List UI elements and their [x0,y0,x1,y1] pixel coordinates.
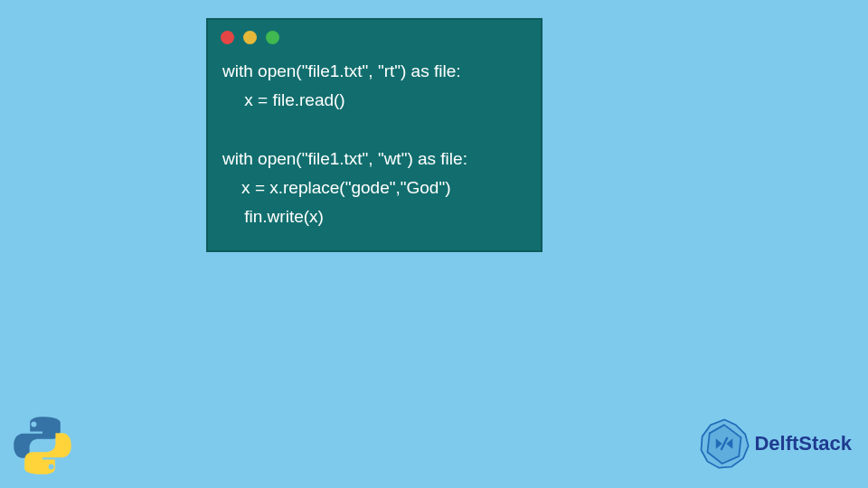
close-icon [221,31,234,44]
delftstack-logo: DelftStack [698,418,852,470]
delftstack-emblem-icon [698,418,750,470]
python-logo-icon [13,416,72,475]
code-line [222,120,244,139]
code-line: x = file.read() [222,90,345,109]
window-traffic-lights [208,20,541,53]
code-line: with open("file1.txt", "wt") as file: [222,149,467,168]
code-line: x = x.replace("gode","God") [222,178,450,197]
delftstack-brand-text: DelftStack [754,432,852,455]
maximize-icon [266,31,279,44]
code-window: with open("file1.txt", "rt") as file: x … [206,18,542,252]
code-line: with open("file1.txt", "rt") as file: [222,61,461,80]
code-block: with open("file1.txt", "rt") as file: x … [208,53,541,236]
code-line: fin.write(x) [222,207,324,226]
minimize-icon [243,31,257,44]
